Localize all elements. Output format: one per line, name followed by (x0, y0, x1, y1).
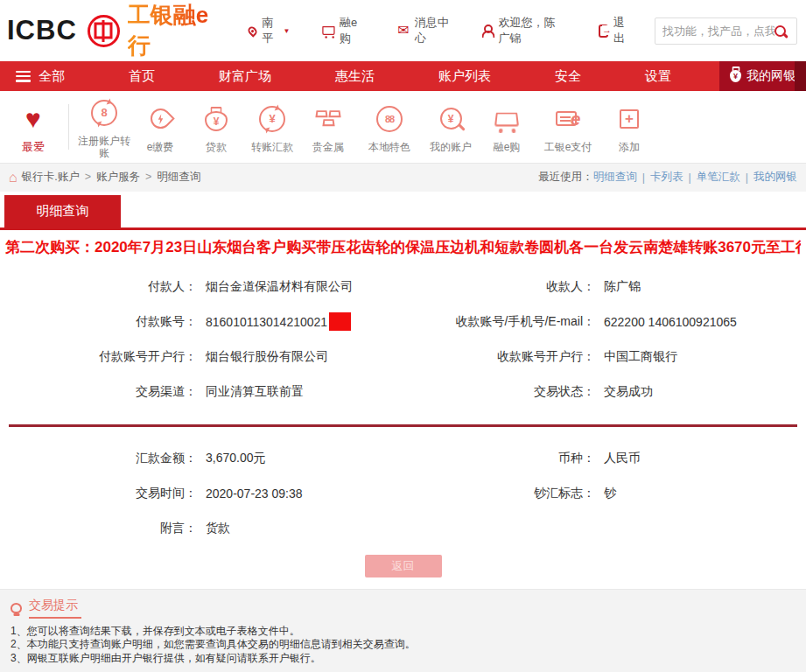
search-icon[interactable] (774, 25, 786, 37)
account-magnifier-icon: ¥ (440, 108, 462, 130)
shortcut-precious-metal[interactable]: 贵金属 (300, 101, 356, 153)
tab-underline (0, 228, 806, 230)
shortcut-rong-e-gou[interactable]: 融e购 (479, 101, 535, 153)
nav-item-home[interactable]: 首页 (129, 68, 155, 85)
nav-label: 安全 (555, 68, 581, 85)
shortcut-label: 工银e支付 (535, 141, 601, 153)
nav-item-security[interactable]: 安全 (555, 68, 581, 85)
cash-flag-value: 钞 (604, 486, 806, 501)
shortcut-add[interactable]: + 添加 (601, 101, 657, 153)
shortcut-icbc-epay[interactable]: e 工银e支付 (535, 101, 601, 153)
breadcrumb-item: 明细查询 (157, 171, 200, 183)
recent-link-my-ebank[interactable]: 我的网银 (753, 170, 797, 185)
pipe-divider: | (746, 172, 748, 184)
message-center-label: 消息中心 (415, 15, 451, 46)
nav-item-settings[interactable]: 设置 (645, 68, 671, 85)
breadcrumb-item[interactable]: 银行卡.账户 (22, 171, 80, 183)
currency-value: 人民币 (604, 451, 806, 466)
payer-account-label: 付款账号： (9, 314, 197, 330)
nav-label: 账户列表 (438, 68, 491, 85)
location-selector[interactable]: 南平 ▼ (249, 15, 290, 46)
search-input[interactable] (662, 24, 774, 38)
shortcut-transfer-remit[interactable]: ¥ 转账汇款 (244, 101, 300, 153)
tips-title-row: 交易提示 (11, 598, 795, 619)
channel-value: 同业清算互联前置 (206, 384, 416, 400)
recent-link-detail-query[interactable]: 明细查询 (593, 170, 637, 185)
search-box (655, 18, 797, 45)
shortcut-label: 贵金属 (300, 141, 356, 153)
welcome-user[interactable]: 欢迎您，陈广锦 (484, 15, 565, 46)
nav-label: 全部 (39, 68, 65, 85)
amount-label: 汇款金额： (9, 451, 197, 466)
shortcut-label: 融e购 (479, 141, 535, 153)
welcome-text: 欢迎您，陈广锦 (499, 15, 565, 46)
currency-label: 币种： (424, 451, 595, 466)
recent-link-single-remit[interactable]: 单笔汇款 (697, 170, 740, 185)
chevron-down-icon: ▼ (284, 27, 291, 35)
section-divider (9, 424, 797, 427)
payer-bank-label: 付款账号开户行： (9, 349, 197, 365)
lightbulb-icon (11, 603, 22, 613)
payee-label: 收款人： (424, 279, 595, 295)
tab-detail-query[interactable]: 明细查询 (4, 195, 121, 228)
status-label: 交易状态： (424, 384, 595, 400)
purchase-notice: 第二次购买：2020年7月23日山东烟台客户购买带压花齿轮的保温压边机和短款卷圆… (5, 237, 801, 256)
breadcrumb: 银行卡.账户>账户服务>明细查询 (22, 170, 201, 185)
shortcut-register-transfer[interactable]: 8 注册账户转账 (76, 94, 132, 159)
epay-card-icon: e (556, 109, 581, 128)
nav-list: 全部 首页 财富广场 惠生活 账户列表 安全 设置 (0, 61, 719, 91)
shortcut-bar: ♥ 最爱 8 注册账户转账 e缴费 ¥ 贷款 ¥ 转账汇款 贵金属 88 本地特… (0, 91, 806, 162)
home-icon: ⌂ (9, 171, 18, 185)
logout-label: 退出 (613, 15, 632, 46)
loan-moneybag-icon: ¥ (205, 111, 228, 131)
recent-link-card-list[interactable]: 卡列表 (650, 170, 683, 185)
shortcut-label: 注册账户转账 (76, 135, 132, 159)
payee-bank-value: 中国工商银行 (604, 349, 806, 365)
nav-label: 设置 (645, 68, 671, 85)
shortcut-epay-fee[interactable]: e缴费 (132, 101, 188, 153)
time-value: 2020-07-23 09:38 (206, 486, 416, 500)
shortcut-loan[interactable]: ¥ 贷款 (188, 101, 244, 153)
shortcut-label: 我的账户 (423, 141, 479, 153)
header-cart-link[interactable]: 融e购 (323, 15, 364, 46)
logout-button[interactable]: 退出 (599, 15, 632, 46)
redaction-box (329, 312, 351, 331)
cart-label: 融e购 (340, 15, 364, 46)
tab-row: 明细查询 (0, 195, 806, 230)
shortcut-label: 添加 (601, 141, 657, 153)
nav-item-wealth[interactable]: 财富广场 (219, 68, 271, 85)
tip-item: 3、网银互联账户明细由开户银行提供，如有疑问请联系开户银行。 (11, 652, 795, 666)
icbc-coin-logo-icon (88, 15, 120, 47)
icbc-logo-text: ICBC (7, 15, 77, 46)
shortcut-label: 本地特色 (356, 141, 423, 153)
shortcut-my-account[interactable]: ¥ 我的账户 (423, 101, 479, 153)
nav-item-life[interactable]: 惠生活 (335, 68, 375, 85)
payee-account-value: 622200 1406100921065 (604, 315, 806, 329)
breadcrumb-item[interactable]: 账户服务 (96, 171, 140, 183)
message-center-link[interactable]: ✉ 消息中心 (397, 15, 450, 46)
location-label: 南平 (262, 15, 278, 46)
payer-account-value: 816010113014210021 (206, 315, 327, 329)
nav-item-all[interactable]: 全部 (16, 68, 65, 85)
back-button[interactable]: 返回 (365, 555, 442, 578)
transfer-remit-icon: ¥ (259, 106, 285, 132)
nav-item-accounts[interactable]: 账户列表 (438, 68, 491, 85)
channel-label: 交易渠道： (9, 384, 197, 400)
gold-ingots-icon (313, 110, 343, 128)
top-header: ICBC 工银融e行 南平 ▼ 融e购 ✉ 消息中心 欢迎您，陈广锦 退出 (0, 0, 806, 61)
main-navbar: 全部 首页 财富广场 惠生活 账户列表 安全 设置 ¥ 我的网银 (0, 61, 806, 91)
shortcut-local-feature[interactable]: 88 本地特色 (356, 101, 423, 153)
heart-icon: ♥ (25, 106, 41, 132)
memo-value: 货款 (206, 521, 416, 536)
shopping-cart-icon (494, 113, 519, 127)
cash-flag-label: 钞汇标志： (424, 486, 595, 501)
shortcut-favorites[interactable]: ♥ 最爱 (5, 101, 61, 153)
hamburger-menu-icon (16, 71, 31, 82)
amount-details: 汇款金额： 3,670.00元 币种： 人民币 交易时间： 2020-07-23… (9, 441, 806, 546)
tip-item: 1、您可以将查询结果下载，并保存到文本或电子表格文件中。 (11, 625, 795, 639)
pipe-divider: | (689, 172, 691, 184)
local-feature-icon: 88 (376, 106, 403, 132)
location-pin-icon (247, 24, 259, 37)
nav-item-my-ebank[interactable]: ¥ 我的网银 (719, 61, 806, 91)
payer-account-cell: 816010113014210021 (206, 312, 416, 331)
